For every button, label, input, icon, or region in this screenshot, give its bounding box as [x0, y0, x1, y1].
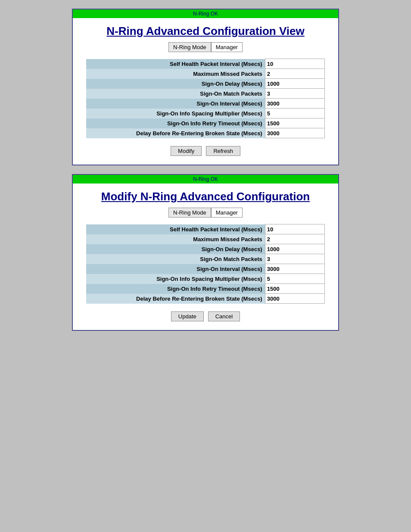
field-value: 3000 [265, 128, 324, 138]
field-label: Sign-On Interval (Msecs) [86, 99, 265, 109]
config-table-modify: Self Health Packet Interval (Msecs) Maxi… [86, 224, 325, 304]
field-label: Sign-On Info Retry Timeout (Msecs) [86, 284, 265, 294]
field-label: Sign-On Match Packets [86, 89, 265, 99]
field-input-cell[interactable] [265, 274, 324, 284]
refresh-button[interactable]: Refresh [206, 146, 240, 156]
modify-title-text: Modify N-Ring Advanced Configuration [101, 190, 310, 203]
field-label: Sign-On Delay (Msecs) [86, 79, 265, 89]
field-label: Sign-On Info Spacing Multiplier (Msecs) [86, 274, 265, 284]
field-label: Maximum Missed Packets [86, 69, 265, 79]
table-row: Sign-On Match Packets [86, 254, 325, 264]
table-row: Delay Before Re-Entering Broken State (M… [86, 294, 325, 304]
field-input[interactable] [267, 236, 323, 243]
view-panel-title: N-Ring Advanced Configuration View [77, 25, 334, 38]
field-input[interactable] [267, 246, 323, 252]
mode-row-modify: N-Ring Mode Manager [73, 208, 338, 218]
status-bar-view: N-Ring OK [73, 9, 338, 18]
field-label: Self Health Packet Interval (Msecs) [86, 59, 265, 69]
mode-value-view: Manager [211, 42, 243, 52]
field-label: Delay Before Re-Entering Broken State (M… [86, 128, 265, 138]
table-row: Sign-On Info Spacing Multiplier (Msecs) [86, 274, 325, 284]
table-row: Sign-On Info Retry Timeout (Msecs) 1500 [86, 118, 325, 128]
field-label: Sign-On Delay (Msecs) [86, 244, 265, 254]
field-input-cell[interactable] [265, 264, 324, 274]
table-row: Maximum Missed Packets [86, 234, 325, 244]
config-table-view: Self Health Packet Interval (Msecs) 10 M… [86, 59, 325, 138]
field-label: Sign-On Interval (Msecs) [86, 264, 265, 274]
view-panel: N-Ring OK N-Ring Advanced Configuration … [72, 9, 339, 165]
table-row: Sign-On Delay (Msecs) [86, 244, 325, 254]
table-row: Sign-On Info Spacing Multiplier (Msecs) … [86, 109, 325, 118]
field-input[interactable] [267, 276, 323, 282]
field-input-cell[interactable] [265, 294, 324, 304]
mode-value-modify: Manager [211, 208, 243, 218]
field-label: Delay Before Re-Entering Broken State (M… [86, 294, 265, 304]
table-row: Sign-On Interval (Msecs) [86, 264, 325, 274]
modify-button[interactable]: Modify [171, 146, 202, 156]
table-row: Sign-On Delay (Msecs) 1000 [86, 79, 325, 89]
field-input-cell[interactable] [265, 254, 324, 264]
field-value: 3000 [265, 99, 324, 109]
table-row: Maximum Missed Packets 2 [86, 69, 325, 79]
field-label: Sign-On Info Retry Timeout (Msecs) [86, 118, 265, 128]
field-value: 1500 [265, 118, 324, 128]
field-input[interactable] [267, 256, 323, 262]
table-row: Self Health Packet Interval (Msecs) [86, 224, 325, 234]
table-row: Sign-On Interval (Msecs) 3000 [86, 99, 325, 109]
cancel-button[interactable]: Cancel [208, 311, 240, 321]
field-label: Maximum Missed Packets [86, 234, 265, 244]
table-row: Delay Before Re-Entering Broken State (M… [86, 128, 325, 138]
mode-label-modify: N-Ring Mode [168, 208, 211, 218]
view-title-text: N-Ring Advanced Configuration View [106, 25, 304, 37]
table-row: Self Health Packet Interval (Msecs) 10 [86, 59, 325, 69]
update-button[interactable]: Update [171, 311, 204, 321]
field-input[interactable] [267, 296, 323, 302]
field-value: 10 [265, 59, 324, 69]
modify-panel-title: Modify N-Ring Advanced Configuration [77, 190, 334, 203]
modify-panel: N-Ring OK Modify N-Ring Advanced Configu… [72, 174, 339, 331]
field-input[interactable] [267, 286, 323, 292]
field-input-cell[interactable] [265, 284, 324, 294]
view-button-row: Modify Refresh [73, 146, 338, 156]
table-row: Sign-On Info Retry Timeout (Msecs) [86, 284, 325, 294]
field-input-cell[interactable] [265, 234, 324, 244]
field-value: 5 [265, 109, 324, 118]
field-value: 3 [265, 89, 324, 99]
mode-row-view: N-Ring Mode Manager [73, 42, 338, 52]
table-row: Sign-On Match Packets 3 [86, 89, 325, 99]
field-label: Sign-On Info Spacing Multiplier (Msecs) [86, 109, 265, 118]
field-input-cell[interactable] [265, 224, 324, 234]
status-bar-modify: N-Ring OK [73, 175, 338, 184]
field-input[interactable] [267, 226, 323, 233]
field-label: Self Health Packet Interval (Msecs) [86, 224, 265, 234]
field-input-cell[interactable] [265, 244, 324, 254]
field-value: 2 [265, 69, 324, 79]
field-value: 1000 [265, 79, 324, 89]
modify-button-row: Update Cancel [73, 311, 338, 321]
mode-label-view: N-Ring Mode [168, 42, 211, 52]
field-input[interactable] [267, 266, 323, 272]
field-label: Sign-On Match Packets [86, 254, 265, 264]
